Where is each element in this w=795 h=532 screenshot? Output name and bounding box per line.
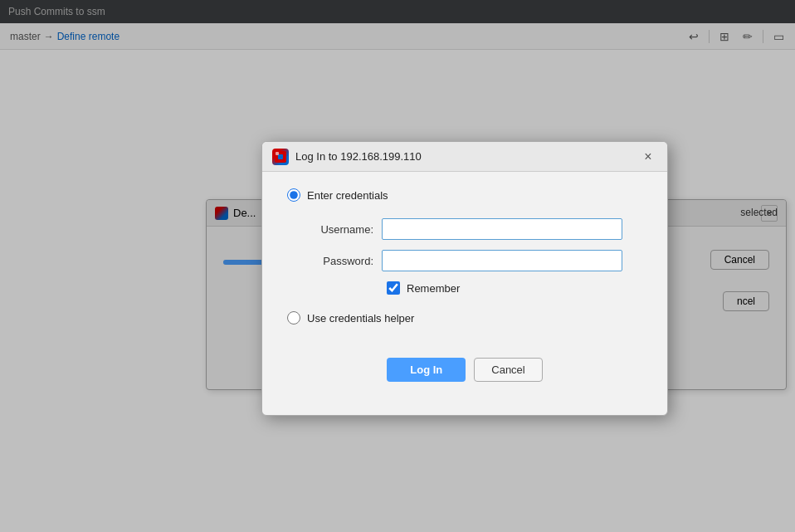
login-title-left: Log In to 192.168.199.110 (272, 149, 422, 165)
username-row: Username: (287, 218, 642, 240)
remember-checkbox[interactable] (387, 281, 400, 295)
enter-credentials-option: Enter credentials (287, 188, 642, 202)
login-dialog-body: Enter credentials Username: Password: Re… (262, 172, 667, 398)
login-close-button[interactable]: × (639, 148, 657, 166)
password-row: Password: (287, 250, 642, 271)
svg-rect-1 (278, 154, 283, 159)
credentials-helper-option: Use credentials helper (287, 311, 642, 325)
username-label: Username: (307, 223, 373, 236)
username-input[interactable] (382, 218, 622, 240)
remember-row: Remember (287, 281, 642, 295)
password-label: Password: (307, 255, 373, 267)
enter-credentials-label: Enter credentials (307, 189, 388, 202)
login-dialog-titlebar: Log In to 192.168.199.110 × (262, 142, 667, 172)
credentials-helper-radio[interactable] (287, 311, 300, 325)
action-buttons: Log In Cancel (287, 349, 642, 382)
credentials-helper-label: Use credentials helper (307, 312, 414, 325)
svg-rect-2 (276, 152, 279, 155)
app-icon (272, 149, 289, 165)
login-button[interactable]: Log In (387, 358, 466, 382)
cancel-button[interactable]: Cancel (474, 358, 542, 382)
login-dialog-title: Log In to 192.168.199.110 (295, 150, 422, 163)
remember-label: Remember (407, 282, 460, 295)
enter-credentials-radio[interactable] (287, 188, 300, 202)
login-dialog: Log In to 192.168.199.110 × Enter creden… (261, 141, 668, 416)
password-input[interactable] (382, 250, 622, 271)
